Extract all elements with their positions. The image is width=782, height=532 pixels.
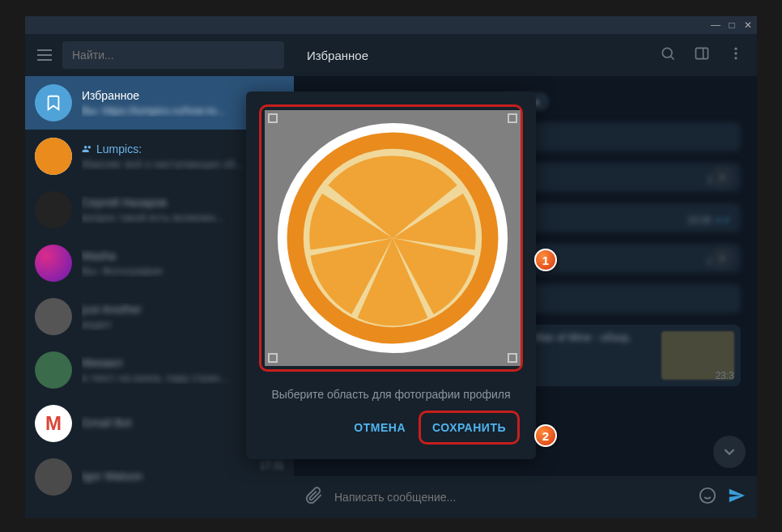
svg-point-7: [734, 48, 737, 50]
crop-highlight: [259, 104, 523, 372]
profile-image[interactable]: [275, 121, 510, 355]
avatar: [35, 138, 72, 175]
save-highlight: СОХРАНИТЬ: [419, 411, 520, 445]
goto-icon[interactable]: [710, 246, 734, 270]
message-time: 23:3: [716, 370, 734, 381]
sidebar-topbar: [25, 34, 294, 76]
more-icon[interactable]: [728, 45, 744, 65]
avatar: [35, 458, 72, 496]
close-button[interactable]: ✕: [742, 19, 754, 31]
scroll-down-button[interactable]: [713, 436, 746, 468]
group-icon: [82, 143, 93, 155]
svg-point-8: [734, 52, 737, 54]
sidebar-toggle-icon[interactable]: [694, 45, 710, 65]
minimize-button[interactable]: —: [710, 19, 721, 31]
svg-point-10: [700, 488, 715, 503]
annotation-badge-2: 2: [534, 424, 557, 447]
title-bar: — □ ✕: [25, 16, 757, 34]
annotation-badge-1: 1: [534, 249, 557, 271]
cancel-button[interactable]: ОТМЕНА: [346, 415, 414, 440]
maximize-button[interactable]: □: [726, 19, 737, 31]
page-title: Избранное: [307, 49, 368, 62]
search-icon[interactable]: [660, 45, 676, 65]
goto-icon[interactable]: [710, 165, 734, 189]
svg-rect-5: [696, 48, 708, 58]
attach-icon[interactable]: [305, 487, 323, 508]
svg-point-9: [734, 57, 737, 59]
svg-point-3: [662, 48, 672, 57]
emoji-icon[interactable]: [699, 487, 716, 508]
avatar: [35, 245, 72, 282]
message-time: 20:06✓✓: [687, 215, 731, 226]
modal-instruction: Выберите область для фотографии профиля: [246, 385, 536, 411]
crop-modal: Выберите область для фотографии профиля …: [246, 92, 536, 459]
avatar: [35, 351, 72, 389]
main-topbar: Избранное: [294, 34, 757, 76]
composer: [294, 476, 757, 518]
avatar: [35, 298, 72, 335]
send-icon[interactable]: [728, 487, 746, 508]
bookmark-icon: [35, 84, 72, 121]
topbar-actions: [660, 45, 744, 65]
search-input[interactable]: [62, 41, 284, 69]
chat-time: 17:31: [260, 460, 284, 471]
svg-line-4: [671, 57, 674, 60]
modal-actions: ОТМЕНА СОХРАНИТЬ: [246, 411, 536, 459]
menu-icon[interactable]: [35, 45, 54, 65]
compose-input[interactable]: [334, 491, 687, 504]
avatar: [35, 405, 72, 442]
avatar: [35, 191, 72, 228]
crop-area[interactable]: [265, 110, 521, 366]
save-button[interactable]: СОХРАНИТЬ: [424, 415, 514, 440]
chat-name: Igor Watson: [82, 470, 284, 483]
